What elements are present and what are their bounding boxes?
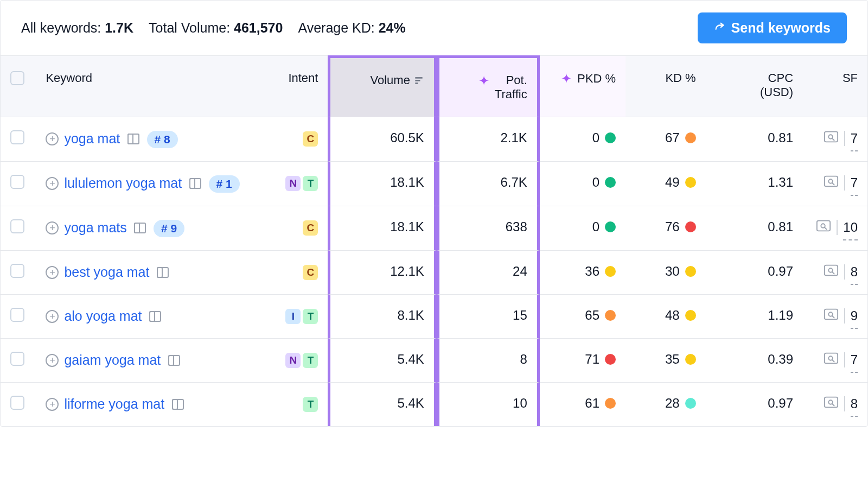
serp-features-icon[interactable] — [149, 310, 162, 322]
col-sf[interactable]: SF — [803, 55, 867, 117]
col-cpc[interactable]: CPC (USD) — [706, 55, 803, 117]
arrow-redo-icon — [714, 22, 726, 34]
keyword-link[interactable]: alo yoga mat — [64, 308, 142, 324]
keyword-link[interactable]: liforme yoga mat — [64, 396, 164, 411]
row-checkbox[interactable] — [10, 130, 24, 144]
keyword-link[interactable]: yoga mat — [64, 131, 120, 146]
send-keywords-button[interactable]: Send keywords — [698, 12, 847, 43]
svg-rect-30 — [825, 353, 838, 364]
row-checkbox[interactable] — [10, 396, 24, 410]
difficulty-dot-icon — [685, 310, 696, 321]
col-pot-traffic[interactable]: ✦ Pot. Traffic — [437, 55, 540, 117]
add-keyword-icon[interactable]: + — [46, 354, 59, 367]
intent-badge-i: I — [285, 309, 301, 324]
col-pkd-label: PKD % — [577, 72, 616, 86]
svg-rect-0 — [415, 77, 422, 79]
col-volume[interactable]: Volume — [328, 55, 436, 117]
serp-preview-icon[interactable] — [824, 175, 839, 191]
rank-badge[interactable]: # 9 — [154, 220, 184, 237]
col-cpc-label2: (USD) — [716, 85, 793, 99]
intent-badge-n: N — [285, 176, 301, 191]
cpc-value: 0.39 — [706, 339, 803, 383]
all-keywords-stat: All keywords: 1.7K — [21, 20, 133, 36]
add-keyword-icon[interactable]: + — [46, 266, 59, 279]
serp-preview-icon[interactable] — [824, 130, 839, 147]
sf-count[interactable]: 7 — [851, 175, 858, 191]
serp-features-icon[interactable] — [189, 177, 202, 189]
svg-rect-20 — [825, 265, 838, 276]
sf-count[interactable]: 10 — [843, 220, 858, 235]
row-checkbox[interactable] — [10, 308, 24, 322]
sparkle-icon: ✦ — [478, 73, 489, 88]
svg-rect-1 — [415, 80, 420, 81]
col-intent[interactable]: Intent — [265, 55, 328, 117]
pot-traffic-cell: 6.7K — [437, 162, 540, 206]
svg-rect-14 — [135, 223, 139, 233]
volume-cell: 5.4K — [328, 383, 436, 426]
rank-badge[interactable]: # 8 — [147, 131, 178, 148]
all-keywords-label: All keywords: — [21, 20, 105, 35]
add-keyword-icon[interactable]: + — [46, 177, 59, 190]
table-row: +yoga mat # 8C60.5K2.1K0670.81 7 — [1, 117, 867, 162]
add-keyword-icon[interactable]: + — [46, 221, 59, 234]
kd-value: 49 — [665, 175, 680, 190]
keyword-table: Keyword Intent Volume ✦ Pot. — [1, 55, 867, 426]
serp-features-icon[interactable] — [133, 222, 146, 234]
avg-kd-label: Average KD: — [298, 20, 378, 35]
pkd-value: 61 — [585, 396, 599, 411]
row-checkbox[interactable] — [10, 352, 24, 366]
intent-badge-t: T — [303, 309, 318, 324]
keyword-link[interactable]: lululemon yoga mat — [64, 175, 182, 191]
serp-features-icon[interactable] — [171, 398, 184, 410]
serp-preview-icon[interactable] — [824, 308, 839, 324]
col-pkd[interactable]: ✦ PKD % — [540, 55, 626, 117]
svg-rect-24 — [150, 312, 155, 321]
serp-features-icon[interactable] — [156, 267, 169, 278]
svg-rect-9 — [190, 179, 195, 188]
rank-badge[interactable]: # 1 — [209, 175, 240, 193]
volume-cell: 18.1K — [328, 162, 436, 206]
serp-preview-icon[interactable] — [824, 352, 839, 368]
add-keyword-icon[interactable]: + — [46, 310, 59, 323]
total-volume-label: Total Volume: — [149, 20, 234, 35]
divider — [844, 131, 845, 146]
difficulty-dot-icon — [605, 221, 616, 232]
sf-count[interactable]: 9 — [851, 308, 858, 324]
col-pot-label2: Traffic — [495, 87, 527, 102]
sf-count[interactable]: 8 — [851, 396, 858, 411]
volume-cell: 60.5K — [328, 117, 436, 162]
svg-rect-4 — [128, 134, 133, 144]
serp-preview-icon[interactable] — [824, 264, 839, 280]
serp-features-icon[interactable] — [127, 133, 140, 145]
svg-line-17 — [825, 227, 827, 230]
sf-count[interactable]: 7 — [851, 131, 858, 146]
difficulty-dot-icon — [685, 177, 696, 188]
intent-badge-c: C — [303, 220, 318, 236]
volume-cell: 18.1K — [328, 206, 436, 251]
row-checkbox[interactable] — [10, 175, 24, 189]
row-checkbox[interactable] — [10, 219, 24, 233]
col-keyword[interactable]: Keyword — [36, 55, 265, 117]
add-keyword-icon[interactable]: + — [46, 132, 59, 145]
keyword-link[interactable]: gaiam yoga mat — [64, 352, 161, 367]
keyword-link[interactable]: best yoga mat — [64, 264, 149, 280]
difficulty-dot-icon — [605, 266, 616, 277]
kd-value: 67 — [665, 130, 680, 145]
intent-badge-t: T — [303, 353, 318, 368]
difficulty-dot-icon — [605, 398, 616, 409]
pkd-value: 0 — [592, 175, 599, 190]
row-checkbox[interactable] — [10, 264, 24, 278]
sf-count[interactable]: 8 — [851, 264, 858, 280]
intent-badge-n: N — [285, 353, 301, 368]
select-all-checkbox[interactable] — [10, 71, 24, 85]
add-keyword-icon[interactable]: + — [46, 398, 59, 411]
serp-features-icon[interactable] — [168, 354, 181, 366]
cpc-value: 0.97 — [706, 251, 803, 295]
serp-preview-icon[interactable] — [824, 396, 839, 412]
cpc-value: 0.81 — [706, 117, 803, 162]
svg-rect-34 — [173, 399, 177, 409]
sf-count[interactable]: 7 — [851, 352, 858, 367]
serp-preview-icon[interactable] — [816, 219, 831, 236]
keyword-link[interactable]: yoga mats — [64, 220, 126, 235]
col-kd[interactable]: KD % — [626, 55, 706, 117]
